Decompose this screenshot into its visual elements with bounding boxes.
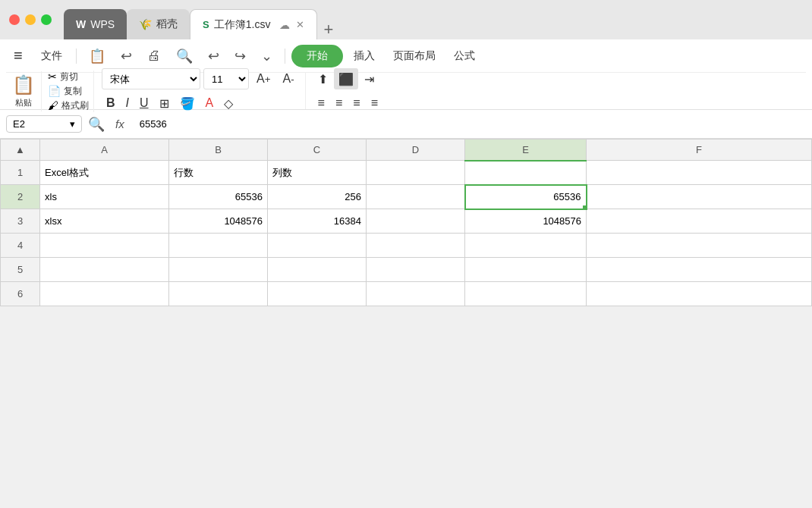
italic-button[interactable]: I (121, 93, 134, 114)
cell-f2[interactable] (587, 185, 812, 209)
cell-b3[interactable]: 1048576 (169, 209, 268, 234)
minimize-button[interactable] (25, 14, 36, 25)
fill-color-button[interactable]: 🪣 (175, 93, 200, 114)
underline-button[interactable]: U (135, 93, 153, 114)
col-header-c[interactable]: C (268, 140, 367, 161)
cell-a6[interactable] (40, 282, 169, 306)
cell-e3[interactable]: 1048576 (465, 209, 587, 234)
tab-wps[interactable]: W WPS (64, 9, 127, 39)
cell-b2[interactable]: 65536 (169, 185, 268, 209)
paste-label: 粘贴 (15, 97, 32, 108)
cell-e6[interactable] (465, 282, 587, 306)
align-right[interactable]: ≡ (348, 93, 364, 114)
cell-c4[interactable] (268, 234, 367, 258)
cell-d5[interactable] (367, 258, 465, 282)
redo-icon[interactable]: ↪ (228, 45, 252, 67)
cell-b4[interactable] (169, 234, 268, 258)
cell-f1[interactable] (587, 161, 812, 185)
cell-a1[interactable]: Excel格式 (40, 161, 169, 185)
align-indent[interactable]: ⇥ (360, 68, 379, 89)
close-button[interactable] (9, 14, 20, 25)
menu-page-layout[interactable]: 页面布局 (386, 46, 443, 66)
cell-c6[interactable] (268, 282, 367, 306)
cell-b6[interactable] (169, 282, 268, 306)
search-icon[interactable]: 🔍 (170, 45, 199, 67)
font-color-button[interactable]: A (201, 93, 219, 114)
col-header-e[interactable]: E (465, 140, 587, 161)
cell-d4[interactable] (367, 234, 465, 258)
cell-a3[interactable]: xlsx (40, 209, 169, 234)
start-button[interactable]: 开始 (291, 45, 343, 67)
new-tab-button[interactable]: + (317, 20, 339, 39)
history-icon[interactable]: ↩ (115, 45, 138, 67)
cell-f3[interactable] (587, 209, 812, 234)
cell-d3[interactable] (367, 209, 465, 234)
table-row: 6 (1, 282, 812, 306)
formula-input[interactable] (135, 116, 806, 132)
tab-close-icon[interactable]: ✕ (296, 19, 304, 30)
copy-icon[interactable]: 📄 (48, 85, 61, 97)
align-top[interactable]: ⬆ (313, 68, 332, 89)
maximize-button[interactable] (41, 14, 52, 25)
cell-b1[interactable]: 行数 (169, 161, 268, 185)
row-num-4: 4 (1, 234, 40, 258)
cell-reference[interactable]: E2 ▾ (6, 115, 82, 133)
menu-file[interactable]: 文件 (33, 46, 70, 66)
eraser-button[interactable]: ◇ (219, 93, 238, 114)
font-size-increase[interactable]: A+ (252, 68, 275, 89)
tab-csv[interactable]: S 工作簿1.csv ☁ ✕ (190, 9, 317, 39)
corner-header[interactable]: ▲ (1, 140, 40, 161)
cell-f5[interactable] (587, 258, 812, 282)
cell-e1[interactable] (465, 161, 587, 185)
menu-insert[interactable]: 插入 (346, 46, 382, 66)
cut-icon[interactable]: ✂ (48, 71, 57, 83)
cell-f6[interactable] (587, 282, 812, 306)
font-size-select[interactable]: 11 (203, 68, 249, 89)
cell-e2[interactable]: 65536 (465, 185, 587, 209)
cell-d2[interactable] (367, 185, 465, 209)
cell-ref-dropdown[interactable]: ▾ (70, 118, 75, 130)
cell-c5[interactable] (268, 258, 367, 282)
cell-e5[interactable] (465, 258, 587, 282)
cell-d1[interactable] (367, 161, 465, 185)
row-num-5: 5 (1, 258, 40, 282)
cell-a2[interactable]: xls (40, 185, 169, 209)
cell-a5[interactable] (40, 258, 169, 282)
align-center[interactable]: ≡ (331, 93, 347, 114)
tab-daoke[interactable]: 🌾 稻壳 (127, 9, 190, 39)
fx-label: fx (111, 118, 129, 130)
bold-button[interactable]: B (102, 93, 120, 114)
cell-c2[interactable]: 256 (268, 185, 367, 209)
paste-icon[interactable]: 📋 (12, 74, 35, 96)
undo-icon[interactable]: ↩ (202, 45, 225, 67)
border-button[interactable]: ⊞ (155, 93, 174, 114)
cell-b5[interactable] (169, 258, 268, 282)
more-icon[interactable]: ⌄ (255, 45, 279, 67)
col-header-f[interactable]: F (587, 140, 812, 161)
cell-e4[interactable] (465, 234, 587, 258)
align-left[interactable]: ≡ (313, 93, 329, 114)
cell-c3[interactable]: 16384 (268, 209, 367, 234)
col-header-b[interactable]: B (169, 140, 268, 161)
hamburger-menu[interactable]: ≡ (6, 44, 30, 67)
col-header-d[interactable]: D (367, 140, 465, 161)
cell-f4[interactable] (587, 234, 812, 258)
font-name-select[interactable]: 宋体 (102, 68, 200, 89)
save-icon[interactable]: 📋 (83, 45, 112, 67)
table-row: 2 xls 65536 256 65536 (1, 185, 812, 209)
menu-formula[interactable]: 公式 (446, 46, 483, 66)
align-justify[interactable]: ≡ (367, 93, 382, 114)
font-section: 宋体 11 A+ A- B I U ⊞ 🪣 A ◇ (96, 73, 306, 109)
zoom-icon[interactable]: 🔍 (88, 116, 105, 133)
csv-icon: S (203, 19, 209, 30)
font-size-decrease[interactable]: A- (278, 68, 298, 89)
format-brush-icon[interactable]: 🖌 (48, 99, 58, 111)
cell-a4[interactable] (40, 234, 169, 258)
col-header-a[interactable]: A (40, 140, 169, 161)
table-row: 3 xlsx 1048576 16384 1048576 (1, 209, 812, 234)
cell-c1[interactable]: 列数 (268, 161, 367, 185)
align-middle[interactable]: ⬛ (334, 68, 358, 89)
cell-d6[interactable] (367, 282, 465, 306)
print-icon[interactable]: 🖨 (141, 45, 167, 67)
row-num-6: 6 (1, 282, 40, 306)
